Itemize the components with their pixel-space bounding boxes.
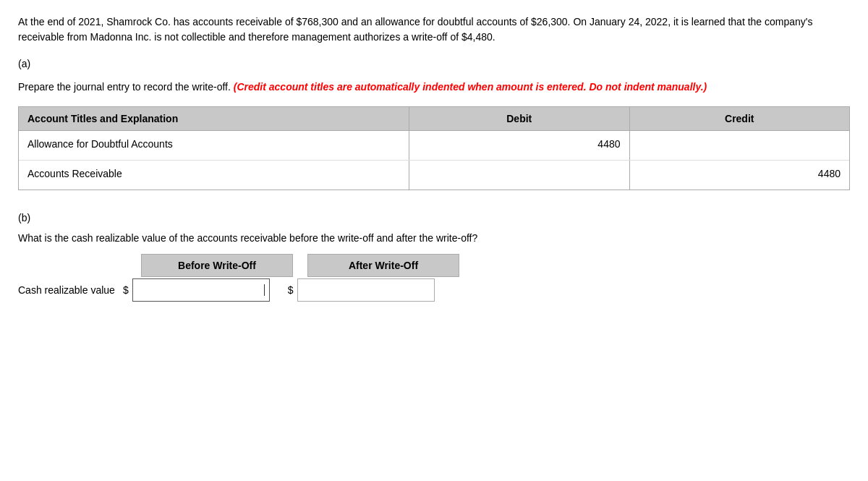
intro-paragraph: At the end of 2021, Shamrock Co. has acc… xyxy=(18,14,850,45)
dollar-sign-after: $ xyxy=(284,284,297,296)
header-debit: Debit xyxy=(409,107,630,130)
part-b-question: What is the cash realizable value of the… xyxy=(18,232,850,244)
account-title-2: Accounts Receivable xyxy=(19,161,409,190)
instruction-text: Prepare the journal entry to record the … xyxy=(18,80,850,95)
debit-value-1: 4480 xyxy=(409,131,629,160)
before-writeoff-input[interactable] xyxy=(137,284,264,296)
part-b-section: (b) What is the cash realizable value of… xyxy=(18,212,850,302)
debit-cell-1: 4480 xyxy=(409,131,630,160)
credit-cell-1 xyxy=(630,131,850,160)
col-header-after: After Write-Off xyxy=(307,254,459,277)
after-writeoff-input[interactable] xyxy=(302,284,430,296)
debit-cell-2 xyxy=(409,161,630,190)
cursor-indicator xyxy=(264,284,265,296)
credit-value-2: 4480 xyxy=(630,161,850,190)
col-header-before: Before Write-Off xyxy=(141,254,293,277)
credit-input-1[interactable] xyxy=(630,131,850,160)
debit-input-2[interactable] xyxy=(409,161,629,190)
cash-realizable-label: Cash realizable value xyxy=(18,280,119,300)
after-writeoff-input-wrapper xyxy=(297,278,435,302)
journal-row-2: Accounts Receivable 4480 xyxy=(19,161,849,190)
before-writeoff-input-wrapper xyxy=(132,278,270,302)
account-title-1: Allowance for Doubtful Accounts xyxy=(19,131,409,160)
part-a-label: (a) xyxy=(18,58,850,69)
header-account: Account Titles and Explanation xyxy=(19,107,409,130)
journal-row-1: Allowance for Doubtful Accounts 4480 xyxy=(19,131,849,161)
instruction-highlight: (Credit account titles are automatically… xyxy=(234,81,707,93)
journal-table-header: Account Titles and Explanation Debit Cre… xyxy=(19,107,849,131)
instruction-plain: Prepare the journal entry to record the … xyxy=(18,81,234,93)
part-b-label: (b) xyxy=(18,212,850,224)
journal-entry-table: Account Titles and Explanation Debit Cre… xyxy=(18,106,850,190)
dollar-sign-before: $ xyxy=(119,284,132,296)
header-credit: Credit xyxy=(630,107,850,130)
credit-cell-2: 4480 xyxy=(630,161,850,190)
